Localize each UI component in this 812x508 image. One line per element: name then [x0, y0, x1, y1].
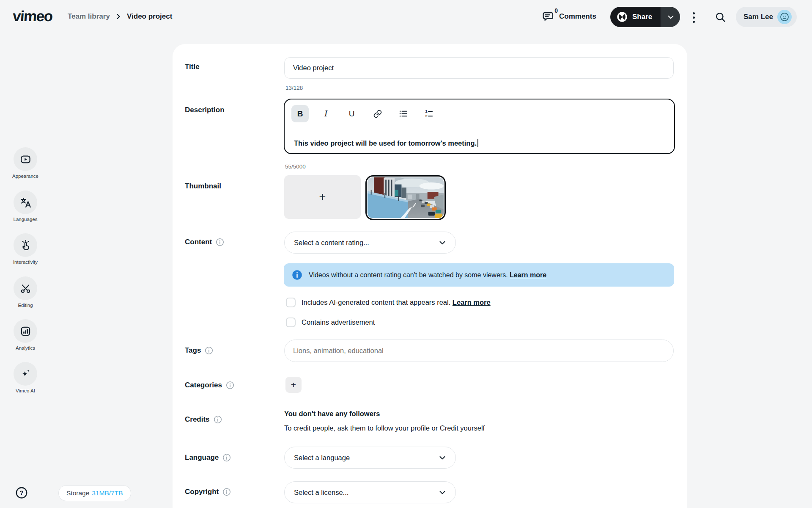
breadcrumb-team-library[interactable]: Team library	[68, 12, 110, 21]
top-bar: vimeo Team library Video project 0 Comme…	[0, 0, 812, 34]
bold-button[interactable]: B	[291, 105, 309, 122]
rich-text-toolbar: B I U	[285, 99, 674, 122]
ai-learn-more-link[interactable]: Learn more	[453, 298, 491, 306]
sidebar-item-label: Interactivity	[13, 260, 38, 265]
credits-label: Credits	[185, 415, 222, 424]
share-button[interactable]: Share	[610, 7, 661, 27]
plus-icon: +	[319, 190, 326, 204]
share-button-group: Share	[610, 7, 680, 27]
thumbnail-image-selected[interactable]	[365, 175, 446, 220]
ai-content-checkbox[interactable]	[286, 298, 296, 307]
sidebar-item-analytics[interactable]: Analytics	[0, 319, 51, 351]
play-box-icon	[14, 147, 37, 171]
bar-chart-icon	[14, 319, 37, 343]
bullet-list-button[interactable]	[395, 105, 412, 122]
avatar	[777, 10, 792, 24]
content-rating-info-banner: Videos without a content rating can't be…	[284, 263, 674, 287]
globe-icon	[616, 11, 628, 23]
tap-icon	[14, 233, 37, 257]
breadcrumb-video-project: Video project	[127, 12, 172, 21]
search-button[interactable]	[715, 11, 726, 23]
numbered-list-icon: 12	[424, 109, 434, 119]
svg-text:?: ?	[20, 489, 24, 496]
tags-label: Tags	[185, 346, 213, 355]
content-rating-dropdown[interactable]: Select a content rating...	[284, 232, 456, 254]
copyright-label: Copyright	[185, 488, 231, 496]
translate-icon	[14, 190, 37, 214]
italic-button[interactable]: I	[317, 105, 335, 122]
language-dropdown[interactable]: Select a language	[284, 447, 456, 469]
info-circle-icon	[291, 269, 303, 281]
help-button[interactable]: ?	[15, 486, 28, 499]
tags-input[interactable]	[284, 340, 674, 362]
banner-learn-more-link[interactable]: Learn more	[510, 271, 546, 279]
vimeo-video-settings-page: { "topbar": { "logo": "vimeo", "breadcru…	[0, 0, 812, 508]
description-editor[interactable]: B I U	[284, 99, 675, 154]
sidebar-item-languages[interactable]: Languages	[0, 190, 51, 222]
advertisement-checkbox[interactable]	[286, 318, 296, 327]
share-label: Share	[632, 13, 652, 21]
advertisement-checkbox-row: Contains advertisement	[286, 318, 375, 327]
comments-button[interactable]: 0 Comments	[543, 11, 596, 22]
title-input[interactable]	[284, 57, 674, 79]
sidebar-item-label: Languages	[14, 217, 38, 222]
thumbnail-label: Thumbnail	[185, 182, 221, 190]
description-text: This video project will be used for tomo…	[294, 139, 478, 147]
sidebar-item-vimeo-ai[interactable]: Vimeo AI	[0, 362, 51, 393]
title-label: Title	[185, 63, 200, 71]
credits-text: To credit people, ask them to follow you…	[284, 424, 485, 432]
banner-text: Videos without a content rating can't be…	[309, 271, 508, 279]
storage-label: Storage	[66, 489, 89, 497]
sidebar-item-label: Editing	[18, 303, 33, 308]
user-name: Sam Lee	[743, 13, 773, 21]
search-icon	[715, 11, 726, 23]
more-options-button[interactable]	[690, 11, 697, 24]
ai-content-checkbox-label: Includes AI-generated content that appea…	[302, 298, 450, 306]
info-icon[interactable]	[222, 453, 231, 462]
language-label: Language	[185, 453, 231, 462]
chevron-down-icon	[438, 488, 447, 497]
chevron-down-icon	[666, 12, 675, 22]
add-category-button[interactable]: +	[285, 377, 302, 393]
bullet-list-icon	[398, 109, 408, 119]
svg-text:2: 2	[425, 114, 427, 119]
description-label: Description	[185, 106, 225, 114]
comments-icon	[543, 11, 555, 22]
breadcrumb-chevron-icon	[115, 13, 122, 20]
credit-yourself-link[interactable]: Credit yourself	[440, 424, 485, 432]
content-label: Content	[185, 238, 224, 246]
sidebar-item-appearance[interactable]: Appearance	[0, 147, 51, 179]
numbered-list-button[interactable]: 12	[420, 105, 438, 122]
info-icon[interactable]	[214, 415, 222, 424]
street-scene-image	[368, 177, 444, 218]
info-icon[interactable]	[216, 238, 224, 246]
text-cursor	[477, 139, 478, 147]
info-icon[interactable]	[226, 381, 234, 389]
comments-label: Comments	[559, 12, 596, 21]
thumbnail-upload-button[interactable]: +	[284, 175, 361, 219]
sidebar-item-editing[interactable]: Editing	[0, 276, 51, 308]
scissors-icon	[14, 276, 37, 300]
storage-button[interactable]: Storage 31MB/7TB	[58, 485, 131, 501]
sidebar-item-label: Analytics	[16, 345, 35, 351]
question-mark-icon: ?	[15, 486, 28, 499]
sidebar-item-label: Appearance	[12, 174, 38, 179]
title-counter: 13/128	[285, 85, 303, 91]
sidebar-item-interactivity[interactable]: Interactivity	[0, 233, 51, 265]
info-icon[interactable]	[222, 488, 231, 496]
plus-icon: +	[291, 380, 296, 390]
chevron-down-icon	[438, 238, 447, 247]
copyright-dropdown[interactable]: Select a license...	[284, 481, 456, 503]
chevron-down-icon	[438, 453, 447, 462]
underline-button[interactable]: U	[343, 105, 360, 122]
sidebar-item-label: Vimeo AI	[16, 388, 35, 393]
share-dropdown-button[interactable]	[661, 7, 680, 27]
user-menu-button[interactable]: Sam Lee	[736, 7, 797, 27]
credits-heading: You don't have any followers	[284, 410, 380, 418]
vimeo-logo[interactable]: vimeo	[12, 8, 53, 25]
ai-content-checkbox-row: Includes AI-generated content that appea…	[286, 298, 491, 307]
info-icon[interactable]	[205, 346, 213, 355]
link-button[interactable]	[369, 105, 386, 122]
svg-text:1: 1	[425, 109, 427, 113]
link-icon	[373, 109, 382, 119]
